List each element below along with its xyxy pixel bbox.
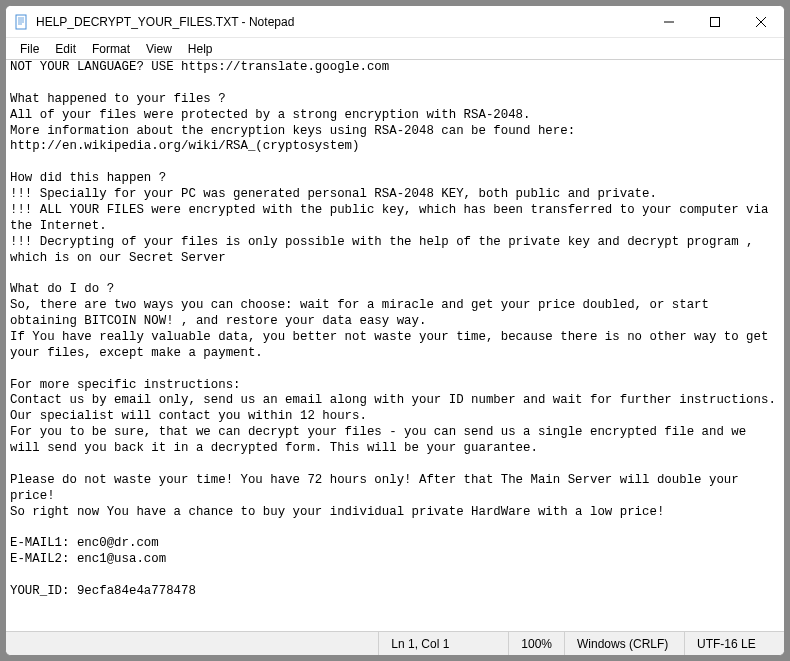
window-controls xyxy=(646,6,784,37)
close-button[interactable] xyxy=(738,6,784,37)
menubar: File Edit Format View Help xyxy=(6,38,784,60)
menu-format[interactable]: Format xyxy=(84,40,138,58)
maximize-button[interactable] xyxy=(692,6,738,37)
menu-view[interactable]: View xyxy=(138,40,180,58)
menu-edit[interactable]: Edit xyxy=(47,40,84,58)
svg-rect-6 xyxy=(711,17,720,26)
text-area[interactable]: NOT YOUR LANGUAGE? USE https://translate… xyxy=(6,60,784,631)
notepad-window: HELP_DECRYPT_YOUR_FILES.TXT - Notepad Fi… xyxy=(5,5,785,656)
status-lineending: Windows (CRLF) xyxy=(564,632,684,655)
statusbar: Ln 1, Col 1 100% Windows (CRLF) UTF-16 L… xyxy=(6,631,784,655)
window-title: HELP_DECRYPT_YOUR_FILES.TXT - Notepad xyxy=(36,15,646,29)
menu-help[interactable]: Help xyxy=(180,40,221,58)
minimize-button[interactable] xyxy=(646,6,692,37)
status-position: Ln 1, Col 1 xyxy=(378,632,508,655)
status-zoom: 100% xyxy=(508,632,564,655)
status-encoding: UTF-16 LE xyxy=(684,632,784,655)
notepad-icon xyxy=(14,14,30,30)
menu-file[interactable]: File xyxy=(12,40,47,58)
titlebar: HELP_DECRYPT_YOUR_FILES.TXT - Notepad xyxy=(6,6,784,38)
